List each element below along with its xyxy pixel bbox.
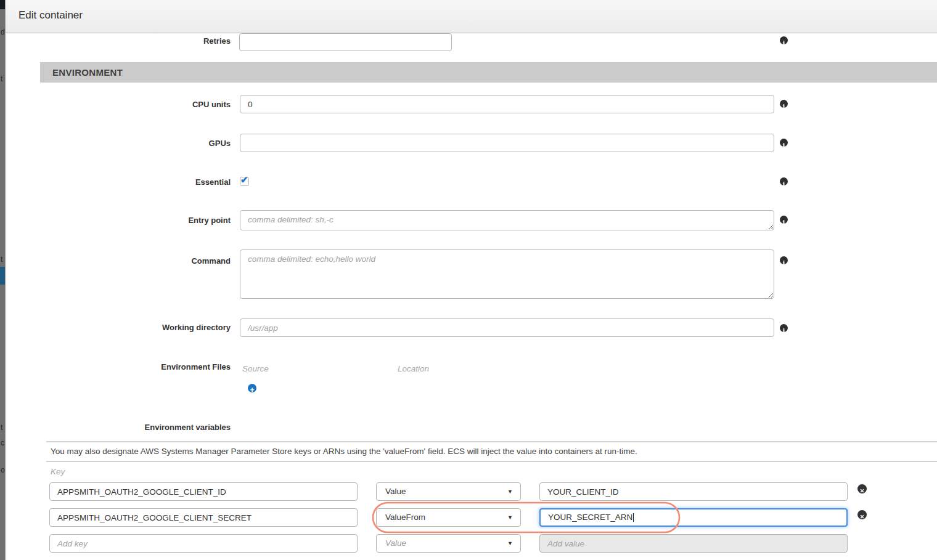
gpus-label: GPUs — [62, 139, 231, 148]
environment-files-label: Environment Files — [62, 362, 231, 371]
working-directory-input[interactable] — [240, 319, 774, 337]
info-glyph: i — [783, 103, 785, 110]
info-glyph: i — [783, 327, 785, 334]
chevron-down-icon: ▼ — [507, 535, 513, 552]
delete-row-button[interactable]: ✕ — [857, 484, 867, 493]
background-page-strip: d t t t c o — [0, 0, 6, 560]
entry-point-label: Entry point — [62, 216, 231, 225]
env-files-location-header: Location — [398, 364, 429, 373]
background-text-fragment: d — [1, 28, 5, 36]
environment-section-title: ENVIRONMENT — [52, 62, 937, 83]
retries-label: Retries — [62, 36, 231, 46]
env-var-value-input[interactable] — [539, 534, 848, 553]
environment-section-header: ENVIRONMENT — [40, 62, 937, 83]
background-text-fragment: c — [1, 439, 5, 447]
env-var-type-select[interactable]: Value ▼ — [376, 534, 521, 553]
retries-input[interactable] — [239, 33, 452, 51]
panel-titlebar: Edit container — [5, 0, 937, 33]
selected-option: Value — [385, 487, 406, 496]
env-var-value-input[interactable] — [539, 482, 848, 501]
info-glyph: i — [783, 142, 785, 148]
close-icon: ✕ — [860, 514, 865, 520]
env-var-key-input[interactable] — [49, 534, 358, 553]
info-glyph: i — [783, 181, 785, 187]
background-text-fragment: t — [1, 75, 5, 83]
env-var-key-input[interactable] — [49, 508, 358, 527]
info-icon[interactable]: i — [780, 216, 788, 224]
gpus-input[interactable] — [240, 134, 774, 152]
info-icon[interactable]: i — [780, 139, 788, 147]
working-directory-label: Working directory — [62, 323, 231, 332]
info-glyph: i — [783, 39, 785, 46]
plus-icon: + — [250, 386, 254, 394]
selected-option: ValueFrom — [385, 513, 425, 522]
text-cursor — [633, 513, 634, 522]
add-environment-file-button[interactable]: + — [248, 384, 256, 392]
essential-label: Essential — [62, 177, 231, 187]
divider — [46, 441, 937, 442]
env-var-value-input[interactable]: YOUR_SECRET_ARN — [539, 508, 848, 527]
env-var-key-input[interactable] — [49, 482, 358, 501]
delete-row-button[interactable]: ✕ — [857, 510, 867, 519]
env-vars-note: You may also designate AWS Systems Manag… — [51, 447, 637, 456]
cpu-units-input[interactable] — [240, 95, 774, 113]
selected-option: Value — [385, 538, 406, 548]
env-var-type-select[interactable]: ValueFrom ▼ — [376, 508, 521, 527]
info-icon[interactable]: i — [780, 100, 788, 108]
edit-container-panel: d t t t c o Edit container Retries i ENV… — [0, 0, 937, 560]
command-label: Command — [62, 256, 231, 266]
env-vars-key-header: Key — [51, 467, 65, 476]
info-glyph: i — [783, 219, 785, 225]
checkmark-icon: ✔ — [240, 174, 248, 185]
info-icon[interactable]: i — [780, 36, 788, 44]
info-icon[interactable]: i — [780, 324, 788, 332]
close-icon: ✕ — [860, 488, 865, 494]
info-icon[interactable]: i — [780, 177, 788, 185]
command-textarea[interactable] — [240, 250, 774, 299]
info-glyph: i — [783, 259, 785, 266]
entry-point-textarea[interactable] — [240, 210, 774, 230]
background-text-fragment: t — [1, 256, 5, 263]
input-text: YOUR_SECRET_ARN — [548, 513, 632, 522]
info-icon[interactable]: i — [780, 256, 788, 264]
divider — [46, 461, 937, 462]
cpu-units-label: CPU units — [62, 100, 231, 109]
panel-title: Edit container — [18, 9, 83, 22]
essential-checkbox[interactable]: ✔ — [240, 177, 249, 186]
env-var-type-select[interactable]: Value ▼ — [376, 482, 521, 501]
chevron-down-icon: ▼ — [507, 509, 513, 526]
background-text-fragment: o — [1, 466, 5, 474]
env-files-source-header: Source — [242, 364, 269, 373]
environment-variables-label: Environment variables — [62, 423, 231, 432]
background-text-fragment: t — [1, 424, 5, 431]
background-dark-header — [0, 0, 5, 9]
background-blue-band — [0, 267, 5, 285]
chevron-down-icon: ▼ — [507, 483, 513, 500]
